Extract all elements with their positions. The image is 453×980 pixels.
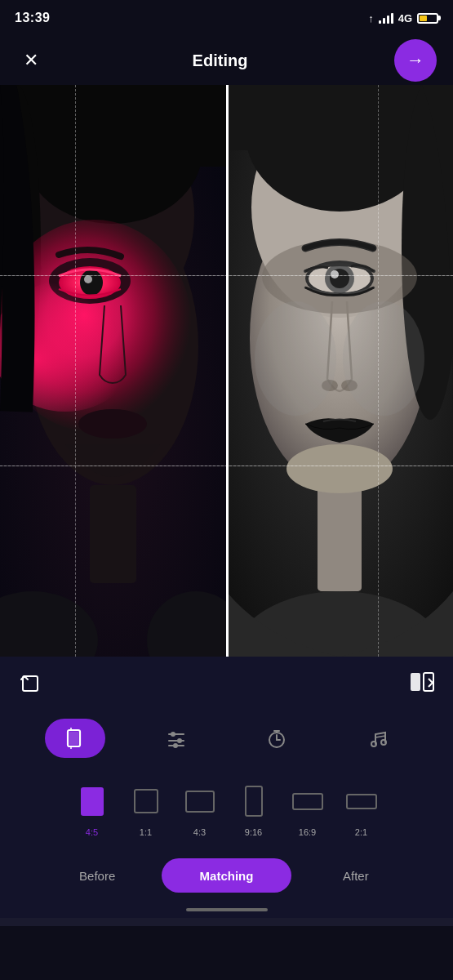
ratio-box-4-3 — [185, 791, 215, 813]
rotate-button[interactable] — [16, 668, 46, 697]
music-icon — [367, 728, 389, 749]
after-button[interactable]: After — [291, 858, 420, 893]
svg-line-57 — [375, 736, 385, 737]
ratio-box-4-5 — [81, 787, 104, 816]
ratio-label-1-1: 1:1 — [140, 827, 152, 837]
svg-point-32 — [331, 270, 339, 278]
svg-point-45 — [171, 732, 175, 737]
svg-rect-43 — [69, 732, 78, 745]
ratio-box-1-1 — [134, 789, 158, 813]
bottom-bar — [0, 902, 453, 918]
page-title: Editing — [193, 51, 248, 70]
battery-fill — [420, 16, 427, 21]
svg-point-49 — [173, 743, 178, 748]
header: ✕ Editing → — [0, 36, 453, 85]
tab-crop[interactable] — [45, 719, 105, 758]
matching-button[interactable]: Matching — [162, 858, 291, 893]
compare-divider[interactable] — [226, 85, 229, 657]
compare-button[interactable] — [407, 668, 437, 697]
svg-point-16 — [78, 409, 147, 439]
matching-label: Matching — [200, 869, 254, 883]
svg-point-47 — [177, 738, 182, 743]
bottom-area: 4:5 1:1 4:3 9:16 16:9 — [0, 657, 453, 926]
svg-rect-38 — [23, 676, 38, 691]
after-label: After — [343, 869, 369, 883]
status-time: 13:39 — [15, 11, 50, 25]
before-label: Before — [79, 869, 115, 883]
status-icons: ↑ 4G — [368, 12, 438, 24]
timer-icon — [266, 728, 287, 749]
nav-icon: ↑ — [368, 12, 374, 24]
svg-point-37 — [286, 444, 393, 493]
svg-point-55 — [371, 742, 376, 746]
tab-timer[interactable] — [246, 719, 307, 758]
ratio-label-2-1: 2:1 — [355, 827, 367, 837]
svg-line-39 — [21, 676, 24, 679]
before-button[interactable]: Before — [33, 858, 162, 893]
ratio-1-1[interactable]: 1:1 — [128, 780, 164, 837]
ratio-box-9-16 — [245, 786, 263, 817]
svg-rect-26 — [318, 485, 362, 591]
next-button[interactable]: → — [394, 39, 437, 82]
adjust-icon — [166, 728, 187, 749]
image-left-half — [0, 85, 226, 657]
ratio-4-3[interactable]: 4:3 — [182, 780, 218, 837]
face-left-svg — [0, 85, 226, 657]
ratio-selector: 4:5 1:1 4:3 9:16 16:9 — [0, 768, 453, 849]
status-bar: 13:39 ↑ 4G — [0, 0, 453, 36]
ratio-4-5[interactable]: 4:5 — [74, 780, 110, 837]
ratio-box-2-1 — [346, 794, 377, 809]
rotate-icon — [20, 671, 42, 694]
svg-point-56 — [381, 740, 386, 745]
svg-point-36 — [343, 301, 424, 416]
svg-rect-40 — [411, 673, 420, 691]
ratio-label-4-5: 4:5 — [86, 827, 98, 837]
ratio-label-4-3: 4:3 — [193, 827, 206, 837]
signal-bars — [379, 12, 393, 24]
next-arrow-icon: → — [406, 50, 424, 71]
tab-music[interactable] — [348, 719, 408, 758]
close-button[interactable]: ✕ — [16, 46, 46, 75]
svg-rect-9 — [90, 485, 136, 583]
ratio-2-1[interactable]: 2:1 — [344, 780, 380, 837]
svg-point-35 — [255, 301, 336, 416]
bma-row: Before Matching After — [0, 849, 453, 902]
network-type: 4G — [398, 12, 412, 24]
ratio-label-9-16: 9:16 — [245, 827, 262, 837]
home-indicator — [186, 908, 268, 911]
ratio-box-16-9 — [292, 793, 323, 810]
top-icon-row — [0, 657, 453, 709]
ratio-label-16-9: 16:9 — [299, 827, 316, 837]
image-right-half — [226, 85, 453, 657]
face-right-svg — [226, 85, 453, 657]
battery-icon — [417, 13, 438, 24]
close-icon: ✕ — [24, 51, 38, 69]
ratio-9-16[interactable]: 9:16 — [236, 780, 272, 837]
tool-tabs — [0, 709, 453, 768]
crop-icon — [64, 728, 86, 749]
compare-icon — [409, 670, 435, 696]
image-area — [0, 85, 453, 657]
ratio-16-9[interactable]: 16:9 — [290, 780, 326, 837]
tab-adjust[interactable] — [146, 719, 207, 758]
svg-point-14 — [84, 275, 92, 283]
